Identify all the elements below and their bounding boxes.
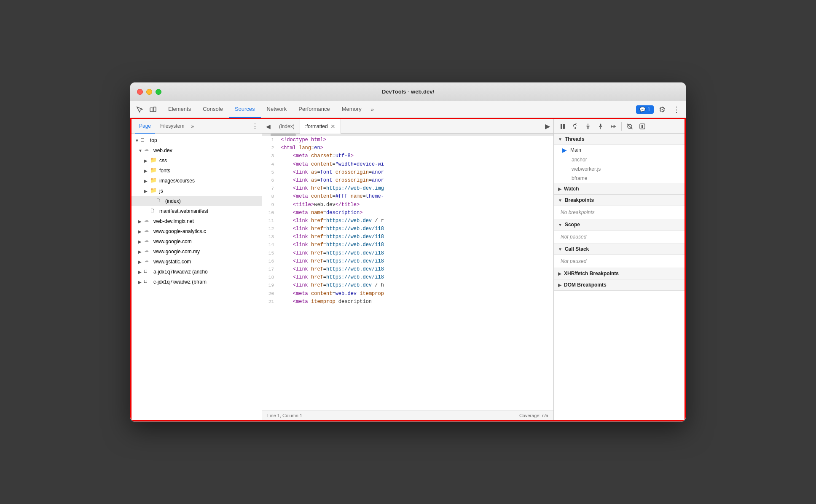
editor-hscroll-track[interactable] bbox=[262, 134, 553, 136]
tab-right-actions: 💬 1 ⚙ ⋮ bbox=[636, 104, 682, 115]
minimize-button[interactable] bbox=[146, 89, 152, 95]
line-code-20[interactable]: <meta content=web.dev itemprop bbox=[279, 290, 553, 298]
tree-item-google[interactable]: ▶ ☁ www.google.com bbox=[132, 236, 262, 247]
tree-item-webdev[interactable]: ▼ ☁ web.dev bbox=[132, 145, 262, 155]
tree-item-css[interactable]: ▶ 📁 css bbox=[132, 155, 262, 166]
inspect-element-button[interactable] bbox=[134, 104, 145, 115]
tree-item-anchor-frame[interactable]: ▶ □ a-jdx1q7kwadwz (ancho bbox=[132, 267, 262, 277]
tab-memory[interactable]: Memory bbox=[336, 101, 368, 118]
line-code-1[interactable]: <!doctype html> bbox=[279, 136, 553, 144]
cloud-icon-google: ☁ bbox=[144, 238, 152, 245]
section-header-breakpoints[interactable]: ▼ Breakpoints bbox=[554, 195, 684, 206]
cloud-icon-webdev: ☁ bbox=[144, 147, 152, 154]
section-header-xhr[interactable]: ▶ XHR/fetch Breakpoints bbox=[554, 268, 684, 279]
line-code-15[interactable]: <link href=https://web.dev/i18 bbox=[279, 249, 553, 257]
tree-item-top[interactable]: ▼ □ top bbox=[132, 135, 262, 145]
frame-icon-anchor: □ bbox=[144, 268, 152, 276]
editor-tab-index[interactable]: (index) bbox=[274, 119, 300, 134]
table-row: 2 <html lang=en> bbox=[262, 144, 553, 152]
tree-item-js[interactable]: ▶ 📁 js bbox=[132, 186, 262, 196]
tab-filesystem[interactable]: Filesystem bbox=[156, 119, 188, 134]
left-panel-more[interactable]: » bbox=[189, 123, 196, 129]
section-header-callstack[interactable]: ▼ Call Stack bbox=[554, 244, 684, 255]
line-code-21[interactable]: <meta itemprop description bbox=[279, 298, 553, 306]
line-code-11[interactable]: <link href=https://web.dev / r bbox=[279, 217, 553, 225]
maximize-button[interactable] bbox=[156, 89, 161, 95]
tab-network[interactable]: Network bbox=[261, 101, 293, 118]
thread-name-anchor: anchor bbox=[572, 157, 587, 163]
deactivate-breakpoints-button[interactable] bbox=[624, 121, 635, 132]
pause-button[interactable] bbox=[557, 121, 568, 132]
table-row: 12 <link href=https://web.dev/i18 bbox=[262, 225, 553, 233]
more-tabs-button[interactable]: » bbox=[368, 106, 377, 113]
editor-tab-formatted[interactable]: :formatted ✕ bbox=[300, 119, 341, 134]
tab-performance[interactable]: Performance bbox=[293, 101, 336, 118]
editor-statusbar: Line 1, Column 1 Coverage: n/a bbox=[262, 410, 553, 420]
line-code-8[interactable]: <meta content=#fff name=theme- bbox=[279, 193, 553, 201]
device-toolbar-button[interactable] bbox=[147, 104, 159, 115]
line-num-12: 12 bbox=[262, 225, 279, 233]
tree-item-images[interactable]: ▶ 📁 images/courses bbox=[132, 176, 262, 186]
section-header-scope[interactable]: ▼ Scope bbox=[554, 219, 684, 231]
settings-button[interactable]: ⚙ bbox=[656, 104, 668, 115]
tree-arrow-anchor: ▶ bbox=[138, 270, 144, 274]
line-code-17[interactable]: <link href=https://web.dev/i18 bbox=[279, 265, 553, 273]
line-code-18[interactable]: <link href=https://web.dev/i18 bbox=[279, 273, 553, 281]
section-body-breakpoints: No breakpoints bbox=[554, 206, 684, 219]
left-panel-menu[interactable]: ⋮ bbox=[252, 122, 258, 130]
line-code-12[interactable]: <link href=https://web.dev/i18 bbox=[279, 225, 553, 233]
section-body-threads: ▶ Main anchor webworker.js bframe bbox=[554, 145, 684, 183]
line-code-4[interactable]: <meta content="width=device-wi bbox=[279, 161, 553, 169]
section-arrow-watch: ▶ bbox=[558, 187, 561, 191]
line-code-5[interactable]: <link as=font crossorigin=anor bbox=[279, 169, 553, 177]
section-label-breakpoints: Breakpoints bbox=[565, 197, 594, 203]
step-button[interactable] bbox=[608, 121, 619, 132]
editor-hscroll-thumb[interactable] bbox=[271, 134, 296, 136]
line-code-10[interactable]: <meta name=description> bbox=[279, 209, 553, 217]
notifications-badge[interactable]: 💬 1 bbox=[636, 105, 654, 114]
tab-console[interactable]: Console bbox=[197, 101, 229, 118]
section-header-dom[interactable]: ▶ DOM Breakpoints bbox=[554, 279, 684, 291]
pause-on-exceptions-button[interactable] bbox=[637, 121, 648, 132]
main-content: Page Filesystem » ⋮ ▼ □ top ▼ ☁ web.dev bbox=[130, 118, 686, 421]
section-header-watch[interactable]: ▶ Watch bbox=[554, 183, 684, 195]
editor-back-btn[interactable]: ◀ bbox=[262, 119, 274, 134]
section-header-threads[interactable]: ▼ Threads bbox=[554, 134, 684, 145]
line-code-19[interactable]: <link href=https://web.dev / h bbox=[279, 281, 553, 290]
code-editor[interactable]: 1 <!doctype html> 2 <html lang=en> 3 <me… bbox=[262, 136, 553, 410]
scope-not-paused: Not paused bbox=[554, 231, 684, 243]
step-into-button[interactable] bbox=[582, 121, 593, 132]
editor-run-button[interactable]: ▶ bbox=[542, 119, 553, 134]
tree-arrow-googlemy: ▶ bbox=[138, 249, 144, 254]
tree-item-imgix[interactable]: ▶ ☁ web-dev.imgix.net bbox=[132, 216, 262, 226]
editor-tab-close[interactable]: ✕ bbox=[330, 123, 336, 130]
step-out-button[interactable] bbox=[595, 121, 606, 132]
tree-item-manifest[interactable]: 🗋 manifest.webmanifest bbox=[132, 206, 262, 216]
thread-item-main[interactable]: ▶ Main bbox=[554, 145, 684, 155]
line-code-7[interactable]: <link href=https://web-dev.img bbox=[279, 185, 553, 193]
tree-item-gstatic[interactable]: ▶ ☁ www.gstatic.com bbox=[132, 257, 262, 267]
tree-item-fonts[interactable]: ▶ 📁 fonts bbox=[132, 166, 262, 176]
line-num-8: 8 bbox=[262, 193, 279, 201]
tab-sources[interactable]: Sources bbox=[229, 101, 261, 118]
tab-page[interactable]: Page bbox=[135, 119, 155, 134]
section-arrow-threads: ▼ bbox=[558, 137, 562, 142]
tab-elements[interactable]: Elements bbox=[162, 101, 197, 118]
line-code-16[interactable]: <link href=https://web.dev/i18 bbox=[279, 257, 553, 265]
thread-item-anchor[interactable]: anchor bbox=[554, 155, 684, 164]
step-over-button[interactable] bbox=[570, 121, 581, 132]
line-code-6[interactable]: <link as=font crossorigin=anor bbox=[279, 177, 553, 185]
thread-item-bframe[interactable]: bframe bbox=[554, 174, 684, 183]
tree-item-googlemy[interactable]: ▶ ☁ www.google.com.my bbox=[132, 247, 262, 257]
line-code-13[interactable]: <link href=https://web.dev/i18 bbox=[279, 233, 553, 241]
tree-item-analytics[interactable]: ▶ ☁ www.google-analytics.c bbox=[132, 226, 262, 236]
line-code-3[interactable]: <meta charset=utf-8> bbox=[279, 152, 553, 160]
line-code-2[interactable]: <html lang=en> bbox=[279, 144, 553, 152]
tree-item-bframe[interactable]: ▶ □ c-jdx1q7kwadwz (bfram bbox=[132, 277, 262, 287]
tree-item-index[interactable]: 🗋 (index) bbox=[132, 196, 262, 206]
line-code-14[interactable]: <link href=https://web.dev/i18 bbox=[279, 241, 553, 249]
close-button[interactable] bbox=[137, 89, 143, 95]
more-menu-button[interactable]: ⋮ bbox=[671, 104, 682, 115]
line-code-9[interactable]: <title>web.dev</title> bbox=[279, 201, 553, 209]
thread-item-webworker[interactable]: webworker.js bbox=[554, 164, 684, 174]
